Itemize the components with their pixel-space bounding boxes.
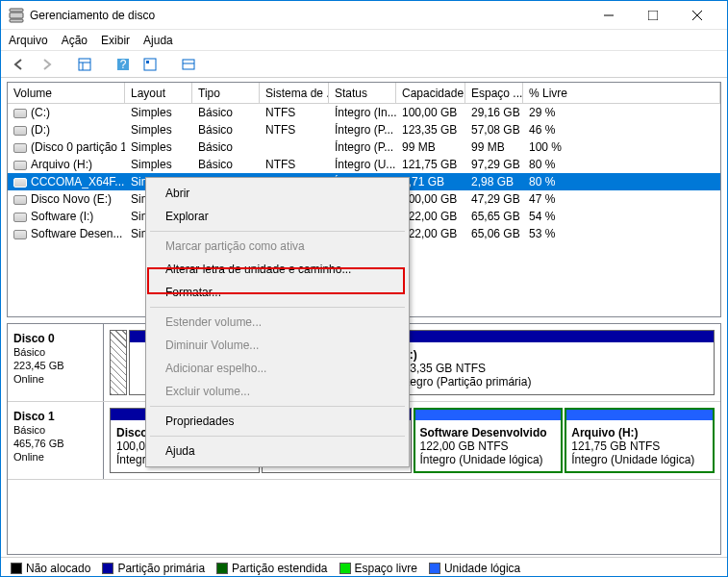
ctx-props[interactable]: Propriedades	[146, 410, 409, 433]
col-free[interactable]: Espaço ...	[465, 83, 523, 103]
svg-rect-1	[10, 9, 23, 12]
col-status[interactable]: Status	[329, 83, 396, 103]
drive-icon	[13, 213, 27, 222]
legend-primary-icon	[102, 563, 113, 574]
ctx-delete: Excluir volume...	[146, 380, 409, 403]
view-button[interactable]	[74, 54, 95, 75]
svg-rect-14	[183, 60, 194, 69]
drive-icon	[13, 161, 27, 170]
ctx-explore[interactable]: Explorar	[146, 205, 409, 228]
legend-free-icon	[339, 563, 351, 574]
ctx-help[interactable]: Ajuda	[146, 439, 409, 463]
settings-button[interactable]	[139, 54, 161, 75]
app-icon	[9, 8, 24, 23]
disk0-name: Disco 0	[13, 332, 55, 345]
col-pct[interactable]: % Livre	[523, 83, 720, 103]
legend-logical-icon	[429, 563, 440, 574]
titlebar: Gerenciamento de disco	[1, 1, 727, 30]
window-title: Gerenciamento de disco	[30, 9, 587, 22]
toolbar: ?	[1, 51, 727, 78]
disk1-part-h[interactable]: Arquivo (H:)121,75 GB NTFSÍntegro (Unida…	[565, 408, 715, 473]
drive-icon	[13, 230, 27, 239]
svg-rect-7	[79, 59, 90, 70]
svg-rect-13	[146, 61, 149, 63]
maximize-button[interactable]	[631, 1, 675, 30]
ctx-active: Marcar partição como ativa	[146, 235, 409, 258]
svg-rect-12	[144, 59, 156, 70]
legend-extended-icon	[216, 563, 228, 574]
svg-rect-4	[648, 11, 658, 20]
menu-arquivo[interactable]: Arquivo	[9, 34, 48, 47]
disk1-name: Disco 1	[13, 410, 55, 423]
col-filesystem[interactable]: Sistema de ...	[260, 83, 329, 103]
ctx-format[interactable]: Formatar...	[146, 281, 409, 304]
table-row[interactable]: Arquivo (H:)SimplesBásicoNTFSÍntegro (U.…	[8, 156, 720, 173]
ctx-extend: Estender volume...	[146, 311, 409, 334]
menu-exibir[interactable]: Exibir	[101, 34, 130, 47]
menu-acao[interactable]: Ação	[62, 34, 88, 47]
col-type[interactable]: Tipo	[192, 83, 260, 103]
table-row[interactable]: (C:)SimplesBásicoNTFSÍntegro (In...100,0…	[8, 104, 720, 121]
disk1-header[interactable]: Disco 1 Básico 465,76 GB Online	[8, 402, 104, 479]
legend: Não alocado Partição primária Partição e…	[1, 557, 727, 577]
context-menu: Abrir Explorar Marcar partição como ativ…	[145, 177, 410, 467]
list-button[interactable]	[178, 54, 199, 75]
minimize-button[interactable]	[587, 1, 631, 30]
drive-icon	[13, 195, 27, 205]
drive-icon	[13, 126, 27, 136]
ctx-mirror: Adicionar espelho...	[146, 357, 409, 380]
ctx-shrink: Diminuir Volume...	[146, 334, 409, 357]
forward-button[interactable]	[36, 54, 57, 75]
col-layout[interactable]: Layout	[125, 83, 192, 103]
svg-rect-2	[10, 19, 23, 22]
table-row[interactable]: (D:)SimplesBásicoNTFSÍntegro (P...123,35…	[8, 121, 720, 138]
disk0-part-d[interactable]: (D:) 123,35 GB NTFS Íntegro (Partição pr…	[390, 330, 715, 395]
disk0-part-reserved[interactable]	[110, 330, 127, 395]
back-button[interactable]	[9, 54, 30, 75]
svg-text:?: ?	[120, 58, 127, 71]
drive-icon	[13, 109, 27, 118]
table-row[interactable]: (Disco 0 partição 1)SimplesBásicoÍntegro…	[8, 138, 720, 156]
help-button[interactable]: ?	[113, 54, 134, 75]
col-volume[interactable]: Volume	[8, 83, 125, 103]
disk0-header[interactable]: Disco 0 Básico 223,45 GB Online	[8, 324, 104, 401]
col-capacity[interactable]: Capacidade	[396, 83, 465, 103]
menu-ajuda[interactable]: Ajuda	[143, 34, 173, 47]
close-button[interactable]	[675, 1, 719, 30]
disk1-part-softdev[interactable]: Software Desenvolvido122,00 GB NTFSÍnteg…	[414, 408, 564, 473]
svg-rect-0	[10, 13, 23, 18]
drive-icon	[13, 143, 27, 153]
ctx-open[interactable]: Abrir	[146, 182, 409, 205]
ctx-letter[interactable]: Alterar letra de unidade e caminho...	[146, 258, 409, 281]
legend-unalloc-icon	[11, 563, 22, 574]
menubar: Arquivo Ação Exibir Ajuda	[1, 30, 727, 51]
drive-icon	[13, 178, 27, 188]
